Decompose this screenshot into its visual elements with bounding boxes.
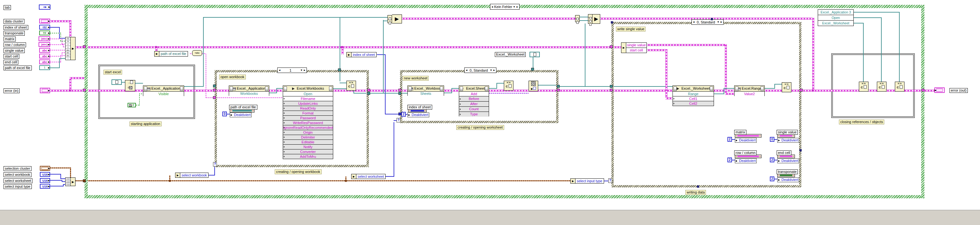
- invoke-param-row[interactable]: Type: [459, 112, 489, 116]
- tunnel[interactable]: [800, 89, 803, 92]
- close-reference-node[interactable]: ∗/∗ C: [859, 81, 869, 92]
- chevron-down-icon[interactable]: ▼: [300, 69, 303, 72]
- u16-terminal[interactable]: U16▶: [40, 184, 50, 189]
- invoke-param-row[interactable]: Format: [283, 110, 333, 115]
- next-case-icon[interactable]: ►: [720, 21, 722, 24]
- invoke-method-range[interactable]: Range: [673, 91, 714, 96]
- automation-open-node[interactable]: → 0: [125, 80, 135, 91]
- main-case-border-left[interactable]: [84, 5, 88, 198]
- unbundle-single-value-start-cell[interactable]: ▶ single value start cell: [621, 42, 647, 53]
- workbook-case-border-right[interactable]: [367, 70, 369, 167]
- numeric-constant-2[interactable]: 2: [770, 158, 774, 162]
- invoke-param-row[interactable]: Before: [459, 96, 489, 101]
- unbundle-select-workbook[interactable]: ▶ select workbook: [175, 172, 208, 178]
- unbundle-row-single-value[interactable]: single value: [626, 43, 646, 48]
- tunnel[interactable]: [398, 113, 401, 115]
- close-reference-node[interactable]: ∗/∗ C: [877, 81, 886, 92]
- write-case-border-bottom[interactable]: [611, 185, 801, 187]
- property-node-title[interactable]: Excel._Workbook: [408, 86, 444, 91]
- error-in-terminal[interactable]: ▶: [40, 88, 50, 93]
- invoke-param-row[interactable]: ReadOnly: [283, 106, 333, 110]
- unbundle-row-start-cell[interactable]: start cell: [626, 48, 646, 53]
- next-case-icon[interactable]: ►: [493, 69, 495, 72]
- case-selector-workbook[interactable]: ◄ 1 ▼ ►: [277, 67, 307, 73]
- property-deaktiviert[interactable]: Deaktiviert: [735, 158, 757, 163]
- invoke-param-row[interactable]: Notify: [283, 144, 333, 149]
- close-reference-node[interactable]: ∗/∗ C: [782, 82, 791, 92]
- chevron-down-icon[interactable]: ▼: [513, 5, 515, 8]
- tunnel[interactable]: [83, 89, 86, 92]
- tab-control-terminal[interactable]: ◄▶▶: [39, 5, 51, 10]
- unbundle-path-of-excel-file[interactable]: ▶ path of excel file: [154, 51, 188, 57]
- string-terminal[interactable]: abc▶: [39, 54, 50, 59]
- selection-handle[interactable]: [611, 21, 613, 24]
- property-row-value2[interactable]: Value2: [735, 91, 764, 96]
- tunnel[interactable]: [367, 89, 370, 92]
- next-case-icon[interactable]: ►: [516, 5, 519, 8]
- automation-refnum-constant[interactable]: [111, 80, 122, 85]
- numeric-constant-0[interactable]: 0: [770, 137, 774, 142]
- property-node-title[interactable]: Excel._Application: [143, 86, 184, 91]
- property-deaktiviert[interactable]: Deaktiviert: [777, 158, 799, 163]
- invoke-param-row[interactable]: UpdateLinks: [283, 101, 333, 106]
- selection-handle[interactable]: [711, 18, 713, 20]
- tunnel[interactable]: [557, 89, 560, 92]
- worksheet-case-border-right[interactable]: [556, 70, 558, 123]
- tunnel[interactable]: [557, 85, 560, 88]
- invoke-param-row[interactable]: After: [459, 101, 489, 106]
- tunnel[interactable]: [531, 68, 534, 71]
- invoke-param-row[interactable]: Editable: [283, 139, 333, 144]
- selection-handle[interactable]: [799, 149, 802, 152]
- invoke-node-excel-workbooks-open[interactable]: Excel.Workbooks Open Filename UpdateLink…: [283, 86, 333, 159]
- tf-terminal[interactable]: TF▶: [39, 30, 50, 35]
- unbundle-index-of-sheet[interactable]: ▶ index of sheet: [346, 52, 377, 57]
- prev-case-icon[interactable]: ◄: [692, 21, 695, 24]
- case-selector-main[interactable]: ◄ Kein Fehler ▼ ►: [490, 4, 520, 10]
- tunnel[interactable]: [338, 69, 341, 71]
- u16-terminal[interactable]: U16▶: [40, 178, 50, 183]
- prev-case-icon[interactable]: ◄: [465, 69, 468, 72]
- invoke-param-row[interactable]: Origin: [283, 130, 333, 135]
- bundle-node-data[interactable]: I32 TF [ ] [ ] abc abc abc \ ▶: [65, 37, 75, 60]
- property-node-excel-range-value2[interactable]: Excel.Range Value2: [734, 86, 765, 96]
- tunnel[interactable]: [83, 179, 86, 182]
- prev-case-icon[interactable]: ◄: [278, 69, 281, 72]
- tunnel[interactable]: [83, 45, 86, 48]
- invoke-param-row[interactable]: Filename: [283, 96, 333, 101]
- error-out-terminal[interactable]: ▶: [934, 88, 945, 93]
- invoke-method-add[interactable]: Add: [459, 91, 489, 96]
- property-deaktiviert[interactable]: Deaktiviert: [735, 138, 757, 143]
- invoke-node-title[interactable]: Excel.Workbooks: [283, 86, 333, 91]
- case-selector-terminal-worksheet[interactable]: ?: [396, 118, 400, 123]
- property-deaktiviert[interactable]: Deaktiviert: [407, 113, 429, 117]
- worksheet-refnum-indicator[interactable]: [530, 52, 540, 57]
- u16-terminal[interactable]: U16▶: [40, 172, 50, 177]
- invoke-param-row[interactable]: Password: [283, 115, 333, 120]
- boolean-false-constant[interactable]: F: [127, 103, 136, 107]
- unbundle-select-input-type[interactable]: ▶ select input type: [570, 179, 604, 184]
- invoke-param-row[interactable]: WriteResPassword: [283, 120, 333, 125]
- case-selector-write[interactable]: ◄ 0, Standard ▼ ►: [692, 19, 724, 25]
- data-cluster-terminal[interactable]: ▶: [39, 19, 50, 24]
- case-selector-worksheet[interactable]: ◄ 0, Standard ▼ ►: [464, 67, 496, 73]
- invoke-param-row[interactable]: Cell1: [673, 96, 714, 101]
- main-case-border-bottom[interactable]: [84, 195, 924, 198]
- property-deaktiviert[interactable]: Deaktiviert: [777, 177, 799, 182]
- case-selector-terminal-workbook[interactable]: ?: [213, 162, 217, 166]
- invoke-param-row[interactable]: Converter: [283, 149, 333, 154]
- invoke-node-excel-sheets-add[interactable]: Excel.Sheets Add Before After Count Type: [459, 86, 489, 116]
- selection-cluster-terminal[interactable]: ▶: [40, 166, 50, 171]
- workbook-case-border-bottom[interactable]: [215, 165, 369, 167]
- string-terminal[interactable]: abc▶: [39, 59, 50, 64]
- close-reference-node[interactable]: ∗/∗ C: [504, 81, 514, 91]
- invoke-node-title[interactable]: Excel._Worksheet: [673, 86, 714, 91]
- property-row-visible[interactable]: Visible: [143, 91, 184, 96]
- merge-node[interactable]: ▶: [392, 14, 402, 24]
- chevron-down-icon[interactable]: ▼: [717, 21, 719, 24]
- tunnel[interactable]: [610, 89, 613, 92]
- tunnel[interactable]: [398, 89, 401, 92]
- invoke-param-row[interactable]: IgnoreReadOnlyRecommended: [283, 125, 333, 130]
- tunnel[interactable]: [610, 85, 613, 88]
- property-row-workbooks[interactable]: Workbooks: [229, 91, 269, 96]
- worksheet-case-border-bottom[interactable]: [400, 121, 558, 123]
